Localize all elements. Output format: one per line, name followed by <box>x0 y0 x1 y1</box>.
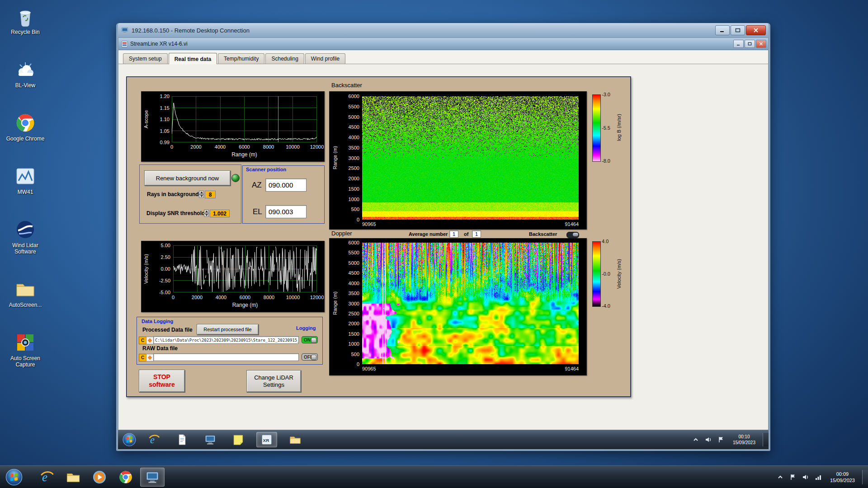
restart-processed-file-button[interactable]: Restart processed file <box>197 324 259 335</box>
rdp-close-button[interactable] <box>746 25 766 35</box>
backscatter-heatmap: Range (m) 600055005000450040003500300025… <box>329 91 587 230</box>
tab-temp-humidity[interactable]: Temp/humidity <box>218 53 264 64</box>
app-restore-button[interactable] <box>745 40 755 48</box>
doppler-heatmap: Range (m) 600055005000450040003500300025… <box>329 238 587 375</box>
snr-decrement[interactable] <box>204 213 209 217</box>
a-scope-y-axis-title: A-scope <box>143 96 149 142</box>
remote-taskbar-ie-icon[interactable]: e <box>144 432 164 447</box>
raw-logging-toggle[interactable]: OFF <box>302 353 318 361</box>
snr-increment[interactable] <box>204 210 209 213</box>
tick-label: 0 <box>170 144 173 150</box>
tick-label: 8000 <box>263 144 274 150</box>
app-close-button[interactable] <box>756 40 766 48</box>
rdp-maximize-button[interactable] <box>731 25 745 35</box>
rays-value-field[interactable]: 8 <box>205 191 216 198</box>
rdp-title: 192.168.0.150 - Remote Desktop Connectio… <box>132 27 715 34</box>
processed-browse-icon[interactable] <box>146 337 154 344</box>
rdp-minimize-button[interactable] <box>715 25 730 35</box>
snr-value-field[interactable]: 1.002 <box>210 210 230 217</box>
tick-label: 3500 <box>349 145 359 150</box>
tab-system-setup[interactable]: System setup <box>123 53 168 64</box>
tick-label: 1000 <box>349 197 359 202</box>
processed-data-file-label: Processed Data file <box>142 327 193 333</box>
scanner-position-group: Scanner position AZ 090.000 EL 090.003 <box>242 165 325 224</box>
average-number-field[interactable]: 1 <box>449 230 458 238</box>
a-scope-plot[interactable] <box>172 96 317 142</box>
tick-label: 6000 <box>240 295 250 300</box>
taskbar-explorer-icon[interactable] <box>61 468 85 486</box>
remote-taskbar-monitor-icon[interactable] <box>200 432 220 447</box>
remote-start-button[interactable] <box>123 433 136 446</box>
change-lidar-settings-button[interactable]: Change LiDAR Settings <box>246 370 301 392</box>
remote-taskbar-folder-icon[interactable] <box>285 432 305 447</box>
rdp-titlebar[interactable]: 192.168.0.150 - Remote Desktop Connectio… <box>118 23 769 38</box>
app-minimize-button[interactable] <box>733 40 744 48</box>
taskbar-rdp-icon[interactable] <box>140 468 165 487</box>
rdp-computer-icon <box>121 26 129 34</box>
desktop-icon-autoscreen[interactable]: AutoScreen... <box>5 278 46 308</box>
backscatter-plot[interactable] <box>362 96 579 220</box>
remote-taskbar-document-icon[interactable] <box>172 432 192 447</box>
google-chrome-icon <box>14 112 36 134</box>
tab-wind-profile[interactable]: Wind profile <box>305 53 345 64</box>
taskbar-media-player-icon[interactable] <box>88 468 111 486</box>
start-button[interactable] <box>5 469 23 486</box>
doppler-plot[interactable] <box>362 243 579 364</box>
app-window: StreamLine XR v14-6.vi System setupReal … <box>118 38 769 430</box>
remote-show-desktop-button[interactable] <box>763 433 769 446</box>
average-count-field[interactable]: 1 <box>472 230 481 238</box>
taskbar-chrome-icon[interactable] <box>114 468 137 486</box>
tab-scheduling[interactable]: Scheduling <box>265 53 304 64</box>
rays-stepper[interactable] <box>199 191 204 198</box>
tick-label: 10000 <box>286 295 300 300</box>
raw-browse-icon[interactable] <box>146 354 154 361</box>
backscatter-toggle[interactable] <box>566 232 579 238</box>
app-titlebar[interactable]: StreamLine XR v14-6.vi <box>118 38 768 50</box>
remote-clock[interactable]: 00:10 15/09/2023 <box>729 433 759 446</box>
desktop-icon-bl-view[interactable]: BL-View <box>5 59 46 89</box>
taskbar-ie-icon[interactable]: e <box>35 468 59 486</box>
remote-taskbar-streamline-xr-icon[interactable]: XR <box>256 432 277 447</box>
rays-increment[interactable] <box>199 191 204 194</box>
remote-hidden-icons-chevron[interactable] <box>691 435 700 444</box>
remote-clock-time: 00:10 <box>733 434 755 440</box>
renew-background-button[interactable]: Renew background now <box>144 170 231 186</box>
desktop-icon-recycle-bin[interactable]: Recycle Bin <box>5 5 46 35</box>
desktop-icon-label: BL-View <box>15 82 35 89</box>
raw-path-field[interactable] <box>153 353 299 361</box>
tray-flag-icon[interactable] <box>788 473 797 482</box>
scanner-position-title: Scanner position <box>246 167 286 172</box>
processed-path-field[interactable]: C:\Lidar\Data\Proc\2023\202309\20230915\… <box>153 336 299 344</box>
remote-volume-icon[interactable] <box>704 435 713 444</box>
hidden-icons-chevron[interactable] <box>776 473 785 482</box>
raw-drive-icon: C <box>139 354 146 361</box>
snr-stepper[interactable] <box>204 210 209 217</box>
velocity-y-axis-title: Velocity (m/s) <box>143 245 149 292</box>
renew-status-led <box>231 174 240 182</box>
tab-real-time-data[interactable]: Real time data <box>169 53 217 64</box>
remote-action-center-flag-icon[interactable] <box>717 435 726 444</box>
tick-label: 2000 <box>349 176 359 181</box>
taskbar-clock[interactable]: 00:09 15/09/2023 <box>826 470 859 484</box>
rays-decrement[interactable] <box>199 194 204 198</box>
show-desktop-button[interactable] <box>862 470 868 484</box>
desktop-icon-google-chrome[interactable]: Google Chrome <box>5 112 46 142</box>
velocity-plot[interactable] <box>173 245 317 292</box>
tray-volume-icon[interactable] <box>801 473 810 482</box>
remote-desktop: StreamLine XR v14-6.vi System setupReal … <box>118 38 769 449</box>
tick-label: 12000 <box>310 144 324 150</box>
desktop-icon-mw41[interactable]: MW41 <box>5 165 46 195</box>
tick-label: 1.10 <box>160 117 170 122</box>
stop-software-button[interactable]: STOP software <box>139 370 185 392</box>
tick-label: 6000 <box>349 240 359 245</box>
az-value-field[interactable]: 090.000 <box>265 178 307 192</box>
tray-network-icon[interactable] <box>814 473 823 482</box>
el-value-field[interactable]: 090.003 <box>265 205 307 218</box>
tick-label: 2000 <box>192 295 203 300</box>
desktop-icon-auto-screen-capture[interactable]: Auto Screen Capture <box>5 332 46 368</box>
processed-logging-toggle[interactable]: ON <box>302 336 318 343</box>
tick-label: 4500 <box>349 270 359 276</box>
desktop-icon-wind-lidar[interactable]: Wind Lidar Software <box>5 219 46 255</box>
rays-in-background-label: Rays in background <box>147 191 199 197</box>
remote-taskbar-sticky-note-icon[interactable] <box>228 432 248 447</box>
